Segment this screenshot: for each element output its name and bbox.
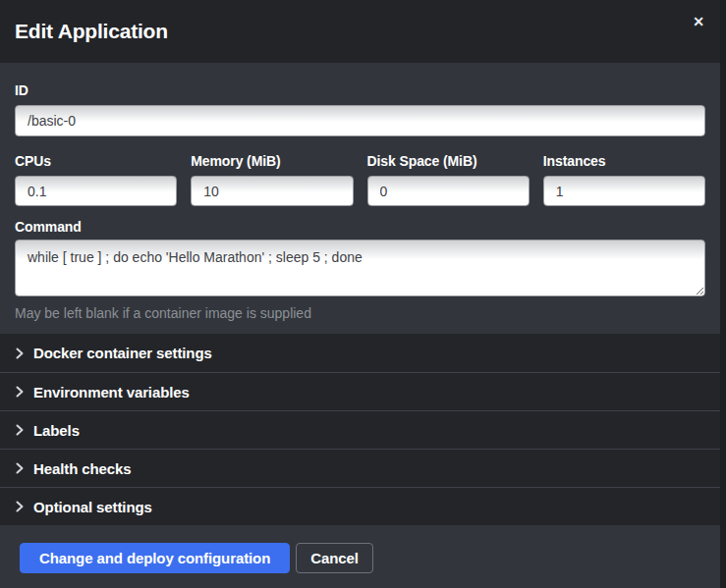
- section-label: Labels: [33, 422, 80, 439]
- application-form: ID CPUs Memory (MiB) Disk Space (MiB) In…: [0, 63, 720, 334]
- instances-label: Instances: [543, 154, 705, 168]
- chevron-right-icon: [15, 386, 25, 398]
- chevron-right-icon: [15, 462, 25, 474]
- cpus-label: CPUs: [15, 154, 177, 168]
- cpus-field-group: CPUs: [15, 154, 177, 206]
- deploy-button[interactable]: Change and deploy configuration: [20, 543, 290, 573]
- cancel-button[interactable]: Cancel: [296, 543, 373, 573]
- memory-input[interactable]: [191, 176, 353, 206]
- instances-field-group: Instances: [543, 154, 705, 206]
- section-label: Docker container settings: [33, 345, 212, 361]
- cpus-input[interactable]: [15, 176, 177, 206]
- section-environment-variables[interactable]: Environment variables: [0, 372, 720, 410]
- disk-label: Disk Space (MiB): [367, 154, 530, 168]
- id-input[interactable]: [15, 105, 705, 136]
- command-help-text: May be left blank if a container image i…: [15, 305, 705, 321]
- chevron-right-icon: [15, 501, 25, 512]
- section-label: Health checks: [33, 460, 132, 477]
- command-textarea[interactable]: while [ true ] ; do echo 'Hello Marathon…: [15, 240, 705, 296]
- resources-row: CPUs Memory (MiB) Disk Space (MiB) Insta…: [15, 154, 705, 206]
- page-background-edge: [720, 0, 726, 588]
- collapsible-sections: Docker container settings Environment va…: [0, 334, 720, 525]
- id-field-group: ID: [15, 83, 705, 136]
- section-docker-container-settings[interactable]: Docker container settings: [0, 334, 720, 372]
- edit-application-modal: Edit Application ✕ ID CPUs Memory (MiB) …: [0, 0, 720, 588]
- instances-input[interactable]: [543, 176, 705, 206]
- section-label: Optional settings: [33, 499, 152, 515]
- section-optional-settings[interactable]: Optional settings: [0, 487, 720, 525]
- memory-field-group: Memory (MiB): [191, 154, 353, 206]
- section-labels[interactable]: Labels: [0, 410, 720, 449]
- modal-header: Edit Application ✕: [0, 0, 720, 63]
- close-icon: ✕: [693, 14, 704, 29]
- command-label: Command: [15, 220, 705, 234]
- close-button[interactable]: ✕: [689, 12, 708, 31]
- modal-title: Edit Application: [15, 20, 168, 43]
- chevron-right-icon: [15, 347, 25, 359]
- modal-footer: Change and deploy configuration Cancel: [0, 525, 720, 588]
- memory-label: Memory (MiB): [191, 154, 353, 168]
- disk-field-group: Disk Space (MiB): [367, 154, 530, 206]
- chevron-right-icon: [15, 424, 25, 436]
- id-label: ID: [15, 83, 705, 97]
- section-health-checks[interactable]: Health checks: [0, 449, 720, 487]
- command-field-group: Command while [ true ] ; do echo 'Hello …: [15, 220, 705, 321]
- section-label: Environment variables: [33, 384, 190, 401]
- disk-input[interactable]: [367, 176, 530, 206]
